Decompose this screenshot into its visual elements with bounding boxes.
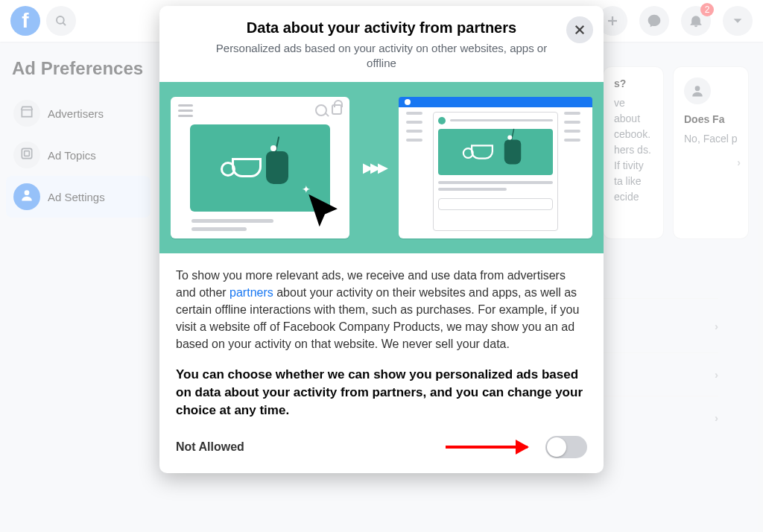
allow-data-toggle[interactable] — [545, 436, 587, 458]
close-button[interactable] — [566, 16, 593, 43]
modal-choice-statement: You can choose whether we can show you p… — [176, 366, 587, 419]
toggle-knob — [547, 437, 566, 457]
lock-icon — [332, 104, 342, 115]
modal-description: To show you more relevant ads, we receiv… — [176, 267, 587, 353]
partner-data-modal: Data about your activity from partners P… — [159, 6, 604, 473]
modal-subtitle: Personalized ads based on your activity … — [204, 41, 559, 72]
partners-link[interactable]: partners — [229, 286, 273, 299]
cursor-icon — [303, 191, 346, 237]
annotation-arrow — [446, 446, 528, 449]
modal-illustration: ✦ ▶▶▶ — [159, 82, 604, 253]
toggle-label: Not Allowed — [176, 440, 244, 454]
hamburger-icon — [178, 104, 193, 117]
facebook-header-bar — [399, 97, 592, 107]
transfer-arrows-icon: ▶▶▶ — [363, 159, 385, 176]
close-icon — [573, 23, 586, 37]
modal-title: Data about your activity from partners — [204, 19, 559, 37]
search-icon — [315, 104, 327, 116]
